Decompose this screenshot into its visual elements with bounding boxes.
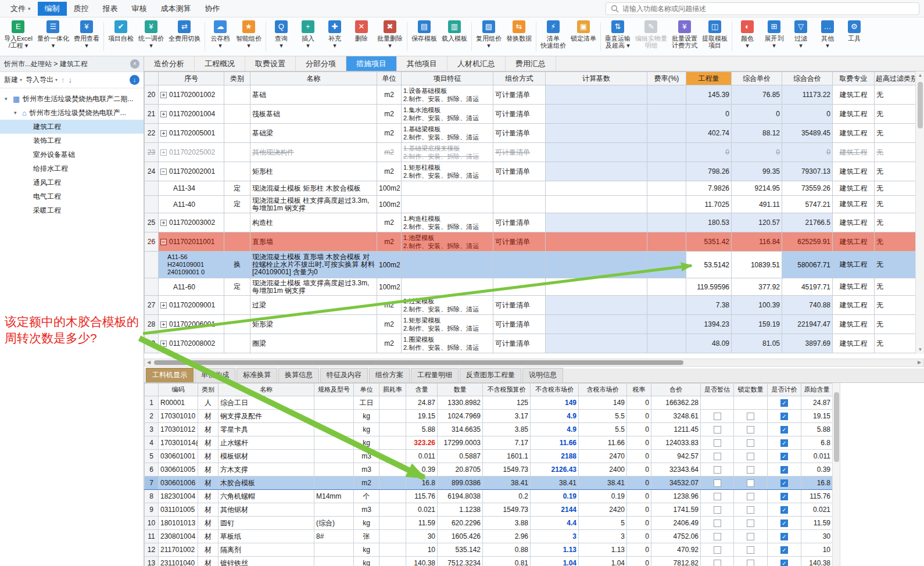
checkbox-is-priced[interactable]: ✓ [780,426,788,434]
cell-tax-rate[interactable]: 0 [627,490,651,503]
checkbox-lock-quantity[interactable] [747,560,754,566]
cell-total-price[interactable]: 0 [782,105,833,124]
main-column-header-5[interactable]: 组价方式 [493,72,546,85]
cell-name[interactable]: 筏板基础 [250,105,377,124]
cell-loss-rate[interactable] [379,477,406,490]
cell-fee-rate[interactable] [647,315,686,334]
cell-total[interactable]: 1211.45 [651,423,701,436]
cell-market-price[interactable]: 11.66 [531,436,579,450]
cell-feature[interactable]: 1.设备基础模板2.制作、安装、拆除、清运 [402,85,493,105]
cell-category[interactable]: 材 [198,436,219,450]
cell-loss-rate[interactable] [379,530,406,543]
cell-pricing-method[interactable]: 可计量清单 [493,162,546,181]
cell-name[interactable]: 六角机螺帽 [219,490,314,503]
cell-calc-base[interactable] [546,232,647,252]
cell-content[interactable]: 11.59 [406,517,438,530]
cell-code[interactable]: A11-40 [159,196,224,213]
cell-budget-price[interactable]: 3.85 [483,423,531,436]
bottom-vertical-scrollbar[interactable] [832,383,840,566]
supplement-button[interactable]: ✚补充▾ [321,19,348,55]
search-input[interactable] [622,5,914,13]
cell-calc-base[interactable] [546,278,647,296]
search-box[interactable] [606,2,919,15]
cell-quantity[interactable]: 20.8705 [438,463,483,477]
cell-pricing-method[interactable]: 可计量清单 [493,232,546,252]
cell-code[interactable]: 170301010 [159,410,198,423]
cell-tax-market-price[interactable]: 1.04 [579,557,627,566]
checkbox-provisional[interactable] [714,439,721,447]
cell-quantity[interactable]: 7.38 [686,296,732,315]
cell-pricing-method[interactable]: 可计量清单 [493,143,546,162]
cell-code[interactable]: 180101013 [159,517,198,530]
cell-total-price[interactable]: 45197.71 [782,278,833,296]
cell-total-price[interactable]: 625259.91 [782,232,833,252]
cell-market-price[interactable]: 2126.43 [531,463,579,477]
expand-all-icon[interactable]: ↓ [130,75,139,85]
bottom-tab-反查图形工程量[interactable]: 反查图形工程量 [460,368,521,382]
expand-icon[interactable]: + [160,149,167,156]
cell-tax-rate[interactable]: 0 [627,463,651,477]
cell-pricing-method[interactable]: 可计量清单 [493,213,546,232]
cell-total[interactable]: 1741.59 [651,503,701,517]
main-column-header-7[interactable]: 费率(%) [647,72,686,85]
cell-unit[interactable]: kg [354,423,379,436]
tree-leaf[interactable]: 建筑工程 [0,120,144,134]
cell-budget-price[interactable]: 0.81 [483,557,531,566]
tab-工程概况[interactable]: 工程概况 [195,56,245,71]
bottom-column-header-11[interactable]: 税率 [627,384,651,396]
reuse-pricing-button[interactable]: ▨复用组价▾ [474,19,504,55]
cell-quantity[interactable]: 5351.42 [686,232,732,252]
checkbox-provisional[interactable] [714,453,721,460]
cell-content[interactable]: 323.26 [406,436,438,450]
cloud-save-button[interactable]: ☁云存档▾ [207,19,234,55]
cell-quantity[interactable]: 7.9826 [686,181,732,196]
unify-price-button[interactable]: ¥统一调价▾ [136,19,166,55]
cell-total[interactable]: 3248.61 [651,410,701,423]
cell-code[interactable]: 182301004 [159,490,198,503]
checkbox-provisional[interactable] [714,479,721,487]
cell-total[interactable]: 942.57 [651,450,701,463]
cell-code[interactable]: +011702001002 [159,85,224,105]
cell-unit[interactable]: m2 [377,334,402,353]
cell-feature[interactable]: 1.圈梁模板2.制作、安装、拆除、清运 [402,334,493,353]
cell-row-number[interactable]: 5 [145,450,159,463]
self-check-button[interactable]: ✔项目自检 [106,19,136,55]
cell-unit-price[interactable]: 76.85 [732,85,782,105]
cell-tax-rate[interactable]: 0 [627,543,651,557]
checkbox-is-priced[interactable]: ✓ [780,413,788,420]
cell-category[interactable] [224,334,250,353]
collapse-icon[interactable]: − [160,239,167,245]
cell-original-content[interactable]: 5.88 [801,423,833,436]
cell-name[interactable]: 现浇混凝土模板 矩形柱 木胶合模板 [250,181,377,196]
bottom-tab-单价构成[interactable]: 单价构成 [195,368,235,382]
menu-item-audit[interactable]: 审核 [125,2,154,16]
cell-spec[interactable] [314,503,354,517]
expand-to-button[interactable]: ⊞展开到▾ [761,19,787,55]
cell-row-number[interactable]: 3 [145,423,159,436]
lock-list-button[interactable]: ▣锁定清单 [568,19,599,55]
cell-tax-rate[interactable]: 0 [627,517,651,530]
cell-budget-price[interactable]: 1549.73 [483,503,531,517]
cell-budget-price[interactable]: 7.17 [483,436,531,450]
scroll-up-icon[interactable]: ▲ [916,71,924,80]
cell-calc-base[interactable] [546,252,647,278]
cell-category[interactable] [224,143,250,162]
cell-row-number[interactable]: 10 [145,517,159,530]
resource-row[interactable]: 13231101040材镀锌铁丝kg140.387512.32340.811.0… [145,557,833,566]
cell-content[interactable]: 0.011 [406,450,438,463]
estimate-row[interactable]: 23+011702025002其他现浇构件m21.基础梁底模支模板2.制作、安装… [145,143,916,162]
cell-feature[interactable] [402,196,493,213]
cell-name[interactable]: 矩形梁 [250,315,377,334]
import-excel-button[interactable]: E导入Excel/工程 ▾ [2,19,35,55]
cell-quantity[interactable]: 402.74 [686,124,732,143]
cell-code[interactable]: A11-60 [159,278,224,296]
cell-total-price[interactable]: 73559.26 [782,181,833,196]
cell-row-number[interactable]: 1 [145,396,159,410]
bottom-column-header-15[interactable]: 是否计价 [768,384,801,396]
cell-original-content[interactable]: 19.15 [801,410,833,423]
cell-pricing-method[interactable]: 可计量清单 [493,296,546,315]
cell-code[interactable]: 230801004 [159,530,198,543]
checkbox-lock-quantity[interactable] [747,506,754,514]
cell-code[interactable]: +011702009001 [159,296,224,315]
cell-fee-rate[interactable] [647,278,686,296]
